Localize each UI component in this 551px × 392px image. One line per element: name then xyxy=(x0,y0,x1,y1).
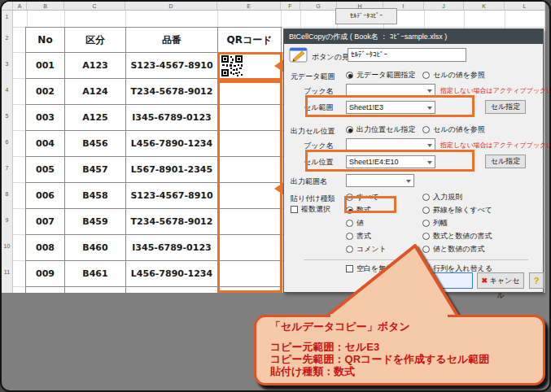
row-header-1[interactable]: 1 xyxy=(2,14,12,20)
output-cell-select-button[interactable]: セル指定 xyxy=(485,155,526,168)
callout-tail-join xyxy=(330,314,448,320)
screenshot-frame: A B C D E F G H I J K L 1 2 3 4 5 6 7 8 … xyxy=(0,0,551,392)
cell-hinban[interactable]: L567-8901-2345 xyxy=(126,287,218,294)
source-book-warning: 指定しない場合はアクティブブックになります xyxy=(440,86,551,95)
row-header-9[interactable]: 9 xyxy=(2,217,12,223)
chevron-down-icon xyxy=(427,144,432,147)
row-header-7[interactable]: 7 xyxy=(2,165,12,171)
row-header-4[interactable]: 4 xyxy=(2,87,12,93)
radio-selected-icon xyxy=(346,126,353,133)
column-header-d[interactable]: D xyxy=(125,2,217,11)
help-button[interactable]: ? xyxy=(529,272,544,289)
highlight-box-formula-radio xyxy=(344,196,396,213)
radio-icon xyxy=(422,194,430,201)
highlight-box-output-range-e4-e10 xyxy=(217,81,282,293)
cell-kubun[interactable]: B460 xyxy=(65,235,126,261)
cell-kubun[interactable]: A123 xyxy=(65,53,126,79)
column-header-l[interactable]: L xyxy=(505,2,545,11)
paste-option-column-width[interactable]: 列幅 xyxy=(422,218,448,229)
grid-line xyxy=(544,11,545,293)
cell-hinban[interactable]: L456-7890-1234 xyxy=(126,261,218,287)
cell-kubun[interactable]: B461 xyxy=(65,261,126,287)
cell-kubun[interactable]: B456 xyxy=(65,131,126,157)
select-all-corner[interactable] xyxy=(2,2,13,11)
output-range-radio[interactable]: 出力位置セル指定 xyxy=(346,124,415,135)
radio-label: セルの値を参照 xyxy=(433,70,485,81)
header-hinban[interactable]: 品番 xyxy=(126,28,218,53)
highlight-box-source-range-field xyxy=(305,95,474,117)
paste-type-label: 貼り付け種類 xyxy=(291,194,335,204)
cell-kubun[interactable]: B459 xyxy=(65,209,126,235)
row-headers: 1 2 3 4 5 6 7 8 9 10 11 xyxy=(2,11,13,293)
cell-no[interactable]: 001 xyxy=(26,53,65,79)
radio-label: 列幅 xyxy=(433,218,448,229)
cell-no[interactable]: 006 xyxy=(26,183,65,209)
cell-hinban[interactable]: I345-6789-0123 xyxy=(126,235,218,261)
output-book-warning: 指定しない場合はアクティブブックになります xyxy=(440,141,551,150)
row-header-2[interactable]: 2 xyxy=(2,35,12,41)
cancel-button[interactable]: ✖ キャンセル xyxy=(477,272,524,289)
paste-option-validation[interactable]: 入力規則 xyxy=(422,192,462,203)
callout-tail xyxy=(307,239,470,324)
cell-hinban[interactable]: L567-8901-2345 xyxy=(126,157,218,183)
radio-selected-icon xyxy=(346,72,353,79)
header-qr[interactable]: QRコード xyxy=(218,28,282,53)
cell-no[interactable]: 007 xyxy=(26,209,65,235)
row-header-11[interactable]: 11 xyxy=(2,269,12,275)
row-header-3[interactable]: 3 xyxy=(2,61,12,67)
dialog-title-bar[interactable]: BtCellCopyの作成 ( Book名 ： ｺﾋﾟｰsample.xlsx … xyxy=(284,29,543,44)
cell-no[interactable]: 003 xyxy=(26,105,65,131)
cell-no[interactable]: 008 xyxy=(26,235,65,261)
cell-kubun[interactable]: A125 xyxy=(65,105,126,131)
range-name-dropdown[interactable] xyxy=(346,174,414,187)
column-header-e[interactable]: E xyxy=(217,2,281,11)
paste-option-value[interactable]: 値 xyxy=(346,218,364,229)
column-header-k[interactable]: K xyxy=(464,2,505,11)
cell-no[interactable]: 005 xyxy=(26,157,65,183)
cell-hinban[interactable]: S123-4567-8910 xyxy=(126,53,218,79)
source-cell-select-button[interactable]: セル指定 xyxy=(485,100,526,114)
cell-hinban[interactable]: T234-5678-9012 xyxy=(126,79,218,105)
radio-label: 元データ範囲指定 xyxy=(356,70,415,81)
output-cellref-radio[interactable]: セルの値を参照 xyxy=(422,124,485,135)
cell-hinban[interactable]: S123-4567-8910 xyxy=(126,183,218,209)
cell-kubun[interactable]: B458 xyxy=(65,183,126,209)
row-header-8[interactable]: 8 xyxy=(2,191,12,197)
cell-kubun[interactable]: A124 xyxy=(65,79,126,105)
cell-kubun[interactable]: B462 xyxy=(65,287,126,294)
cell-kubun[interactable]: B457 xyxy=(65,157,126,183)
table-header-row: No 区分 品番 QRコード xyxy=(26,28,282,53)
radio-label: 罫線を除くすべて xyxy=(433,205,492,216)
cell-no[interactable]: 004 xyxy=(26,131,65,157)
header-no[interactable]: No xyxy=(26,28,65,53)
column-header-b[interactable]: B xyxy=(27,2,64,11)
multi-select-checkbox[interactable]: 複数選択 xyxy=(291,204,330,215)
column-header-j[interactable]: J xyxy=(424,2,464,11)
source-cellref-radio[interactable]: セルの値を参照 xyxy=(422,70,485,81)
cell-hinban[interactable]: I345-6789-0123 xyxy=(126,105,218,131)
headline-input[interactable]: ｾﾙﾃﾞｰﾀｺﾋﾟｰ xyxy=(348,48,466,62)
column-header-f[interactable]: F xyxy=(281,2,300,11)
header-kubun[interactable]: 区分 xyxy=(65,28,126,53)
cell-data-copy-sheet-button[interactable]: ｾﾙﾃﾞｰﾀｺﾋﾟｰ xyxy=(335,8,397,24)
radio-icon xyxy=(346,220,353,227)
row-header-6[interactable]: 6 xyxy=(2,139,12,145)
cell-hinban[interactable]: L456-7890-1234 xyxy=(126,131,218,157)
cell-hinban[interactable]: T234-5678-9012 xyxy=(126,209,218,235)
radio-icon xyxy=(422,220,430,227)
cell-no[interactable]: 002 xyxy=(26,79,65,105)
paste-option-except-borders[interactable]: 罫線を除くすべて xyxy=(422,205,492,216)
cell-no[interactable]: 009 xyxy=(26,261,65,287)
row-header-5[interactable]: 5 xyxy=(2,113,12,119)
source-range-radio[interactable]: 元データ範囲指定 xyxy=(346,70,415,81)
edit-icon xyxy=(289,47,308,67)
column-header-g[interactable]: G xyxy=(300,2,337,11)
row-header-10[interactable]: 10 xyxy=(2,243,12,249)
column-header-a[interactable]: A xyxy=(13,2,27,11)
checkbox-icon xyxy=(291,206,298,213)
column-header-c[interactable]: C xyxy=(64,2,125,11)
cancel-label: キャンセル xyxy=(490,277,520,299)
cell-no[interactable]: 010 xyxy=(26,287,65,294)
radio-label: 出力位置セル指定 xyxy=(356,124,415,135)
callout-line: 貼付け種類：数式 xyxy=(270,364,355,379)
